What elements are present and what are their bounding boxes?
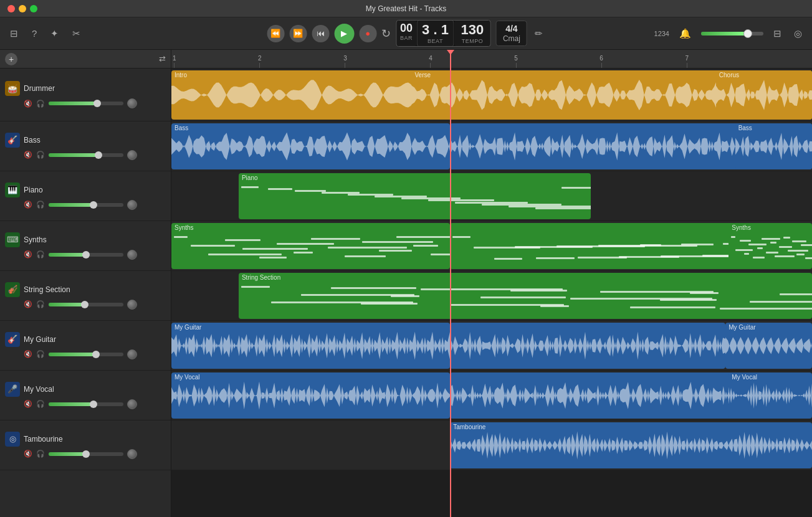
midi-bar <box>731 236 735 238</box>
track-item-3[interactable]: ⌨ Synths 🔇 🎧 <box>0 221 171 271</box>
track-item-6[interactable]: 🎤 My Vocal 🔇 🎧 <box>0 371 171 420</box>
track-mute-5[interactable]: 🔇 <box>24 350 32 358</box>
track-mute-1[interactable]: 🔇 <box>24 151 32 159</box>
bar-display: 00 BAR <box>396 21 416 45</box>
midi-bar <box>431 254 450 255</box>
track-volume-slider-7[interactable] <box>49 452 123 456</box>
track-headphones-3[interactable]: 🎧 <box>36 250 45 258</box>
library-button[interactable]: ⊟ <box>7 27 21 40</box>
track-volume-slider-2[interactable] <box>49 203 123 207</box>
main-area: + ⇄ 🥁 Drummer 🔇 🎧 🎸 Bass 🔇 🎧 <box>0 50 812 517</box>
track-headphones-0[interactable]: 🎧 <box>36 100 45 108</box>
track-item-0[interactable]: 🥁 Drummer 🔇 🎧 <box>0 69 171 121</box>
track-mute-4[interactable]: 🔇 <box>24 300 32 308</box>
clip-label-3-2: Synths <box>732 224 751 231</box>
clip-6-2[interactable]: My Vocal <box>728 372 812 419</box>
midi-bar <box>640 244 661 246</box>
track-item-7[interactable]: ◎ Tambourine 🔇 🎧 <box>0 420 171 470</box>
track-item-5[interactable]: 🎸 My Guitar 🔇 🎧 <box>0 321 171 371</box>
track-pan-knob-2[interactable] <box>127 200 137 210</box>
go-to-start-button[interactable]: ⏮ <box>312 25 329 42</box>
pencil-button[interactable]: ✏ <box>532 27 545 40</box>
track-volume-thumb-3[interactable] <box>82 251 90 258</box>
clip-3-2[interactable]: Synths <box>728 223 812 269</box>
clip-5-0[interactable]: My Guitar <box>171 323 450 369</box>
track-volume-thumb-2[interactable] <box>90 201 97 209</box>
track-headphones-6[interactable]: 🎧 <box>36 400 45 408</box>
loop-button[interactable]: ↻ <box>381 27 391 40</box>
track-pan-knob-5[interactable] <box>127 349 137 359</box>
track-pan-knob-3[interactable] <box>127 250 137 260</box>
track-mute-3[interactable]: 🔇 <box>24 250 32 258</box>
metronome-button[interactable]: 🔔 <box>677 27 694 40</box>
midi-bar <box>630 306 715 308</box>
smart-controls-button[interactable]: ✦ <box>48 27 61 40</box>
master-volume-thumb[interactable] <box>743 29 752 38</box>
track-item-2[interactable]: 🎹 Piano 🔇 🎧 <box>0 171 171 221</box>
track-headphones-1[interactable]: 🎧 <box>36 151 45 159</box>
clip-4-0[interactable]: String Section <box>239 273 812 319</box>
mixer-button[interactable]: ⊟ <box>771 27 784 40</box>
track-volume-thumb-4[interactable] <box>81 301 88 308</box>
track-controls-4: 🔇 🎧 <box>5 300 166 310</box>
midi-bar <box>757 247 763 249</box>
master-volume-slider[interactable] <box>701 32 763 36</box>
track-pan-knob-6[interactable] <box>127 399 137 409</box>
track-pan-knob-4[interactable] <box>127 300 137 310</box>
track-volume-slider-6[interactable] <box>49 402 123 406</box>
track-volume-slider-1[interactable] <box>49 153 123 157</box>
track-controls-1: 🔇 🎧 <box>5 150 166 160</box>
track-mute-2[interactable]: 🔇 <box>24 201 32 209</box>
track-mute-6[interactable]: 🔇 <box>24 400 32 408</box>
help-button[interactable]: ? <box>29 27 39 40</box>
track-volume-thumb-0[interactable] <box>93 100 101 107</box>
smart-controls-right-button[interactable]: ◎ <box>791 27 805 40</box>
clip-0-2[interactable]: Chorus <box>716 70 812 120</box>
track-name-0: Drummer <box>24 84 55 93</box>
close-button[interactable] <box>7 5 15 12</box>
track-headphones-5[interactable]: 🎧 <box>36 350 45 358</box>
scissors-button[interactable]: ✂ <box>70 27 83 40</box>
track-headphones-4[interactable]: 🎧 <box>36 300 45 308</box>
waveform-5-2 <box>725 323 812 369</box>
clip-6-0[interactable]: My Vocal <box>171 372 450 419</box>
track-volume-slider-3[interactable] <box>49 253 123 257</box>
track-item-1[interactable]: 🎸 Bass 🔇 🎧 <box>0 121 171 171</box>
track-item-4[interactable]: 🎻 String Section 🔇 🎧 <box>0 271 171 321</box>
midi-bar <box>740 240 751 242</box>
zoom-button[interactable] <box>30 5 37 12</box>
clip-7-0[interactable]: Tambourine <box>450 422 812 468</box>
track-volume-thumb-1[interactable] <box>95 151 102 159</box>
rewind-button[interactable]: ⏪ <box>267 25 284 42</box>
track-headphones-7[interactable]: 🎧 <box>36 450 45 458</box>
track-mute-7[interactable]: 🔇 <box>24 450 32 458</box>
track-mute-0[interactable]: 🔇 <box>24 100 32 108</box>
track-headphones-2[interactable]: 🎧 <box>36 201 45 209</box>
clip-3-0[interactable]: Synths <box>171 223 450 269</box>
midi-bar <box>744 253 749 255</box>
clip-5-2[interactable]: My Guitar <box>725 323 812 369</box>
time-signature-key-display[interactable]: 4/4 Cmaj <box>496 21 527 46</box>
midi-bar <box>241 186 259 188</box>
record-button[interactable]: ● <box>359 25 376 42</box>
fast-forward-button[interactable]: ⏩ <box>289 25 307 42</box>
clip-5-1[interactable] <box>450 323 725 369</box>
midi-bar <box>796 254 805 255</box>
clip-1-2[interactable]: Bass <box>735 123 812 169</box>
clip-2-0[interactable]: Piano <box>239 173 591 219</box>
track-volume-thumb-5[interactable] <box>92 351 100 358</box>
track-pan-knob-0[interactable] <box>127 98 137 108</box>
track-volume-slider-5[interactable] <box>49 353 123 356</box>
track-volume-thumb-7[interactable] <box>82 450 90 458</box>
track-pan-knob-1[interactable] <box>127 150 137 160</box>
track-volume-thumb-6[interactable] <box>90 401 97 408</box>
add-track-button[interactable]: + <box>5 53 17 65</box>
track-list-options-button[interactable]: ⇄ <box>159 54 166 64</box>
track-volume-slider-4[interactable] <box>49 303 123 306</box>
clip-label-4-0: String Section <box>242 274 280 281</box>
track-volume-slider-0[interactable] <box>49 102 123 105</box>
track-pan-knob-7[interactable] <box>127 449 137 459</box>
play-button[interactable]: ▶ <box>334 24 354 44</box>
clip-1-0[interactable]: Bass <box>171 123 450 169</box>
minimize-button[interactable] <box>19 5 26 12</box>
